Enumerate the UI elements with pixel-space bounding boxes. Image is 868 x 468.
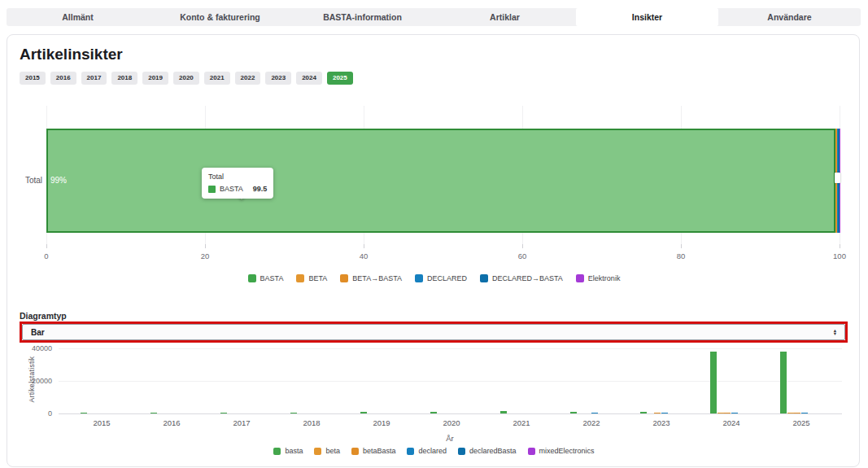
year-button-2022[interactable]: 2022 xyxy=(235,72,261,85)
legend-label: betaBasta xyxy=(363,447,396,455)
gridline-horizontal xyxy=(59,348,842,349)
legend-label: basta xyxy=(285,447,303,455)
axis-tick-label: 60 xyxy=(510,251,534,260)
tooltip-value: 99.5 xyxy=(253,185,268,193)
axis-tick-label-2024: 2024 xyxy=(715,418,748,427)
gridline-horizontal xyxy=(59,381,842,382)
legend-swatch xyxy=(351,448,359,455)
bar-2023-betabasta[interactable] xyxy=(654,413,661,413)
select-spinner-icon: ▴▾ xyxy=(834,329,836,336)
bar-2025-beta[interactable] xyxy=(787,413,794,413)
bar-value-label: 99% xyxy=(50,176,67,185)
bar-2022-declared[interactable] xyxy=(591,413,598,413)
legend-item-declared[interactable]: declared xyxy=(407,447,447,455)
year-button-2021[interactable]: 2021 xyxy=(204,72,230,85)
legend-swatch xyxy=(528,448,535,455)
top-chart-legend: BASTABETABETA→BASTADECLAREDDECLARED→BAST… xyxy=(0,274,868,282)
axis-tick-label-2022: 2022 xyxy=(575,418,608,427)
legend-label: BETA xyxy=(308,274,327,282)
axis-tick-label-2021: 2021 xyxy=(505,418,538,427)
legend-swatch xyxy=(340,274,348,282)
bar-2024-basta[interactable] xyxy=(710,352,717,413)
x-axis-title: År xyxy=(401,434,499,443)
bar-2016-basta[interactable] xyxy=(150,413,157,413)
year-filter-group: 2015201620172018201920202021202220232024… xyxy=(20,72,353,85)
legend-item-beta[interactable]: beta xyxy=(314,447,340,455)
tab-anv-ndare[interactable]: Användare xyxy=(718,8,861,26)
axis-tick-label: 20 xyxy=(193,251,217,260)
legend-item-beta-basta[interactable]: BETA→BASTA xyxy=(340,274,402,282)
bar-2018-basta[interactable] xyxy=(290,413,297,413)
year-button-2025[interactable]: 2025 xyxy=(327,72,353,85)
axis-tick-label: 0 xyxy=(34,251,59,260)
legend-item-elektronik[interactable]: Elektronik xyxy=(576,274,621,282)
legend-label: DECLARED xyxy=(427,274,467,282)
legend-label: declaredBasta xyxy=(469,447,517,455)
tab-artiklar[interactable]: Artiklar xyxy=(434,8,576,26)
axis-tick-label: 100 xyxy=(827,251,852,260)
bar-2020-basta[interactable] xyxy=(430,412,437,413)
bar-2021-basta[interactable] xyxy=(500,411,507,413)
year-button-2018[interactable]: 2018 xyxy=(111,72,137,85)
bar-2023-basta[interactable] xyxy=(640,412,647,413)
year-button-2020[interactable]: 2020 xyxy=(173,72,199,85)
bar-2025-basta[interactable] xyxy=(780,352,787,413)
year-button-2024[interactable]: 2024 xyxy=(296,72,322,85)
axis-tick xyxy=(364,244,364,248)
tab-basta-information[interactable]: BASTA-information xyxy=(291,8,434,26)
year-button-2019[interactable]: 2019 xyxy=(142,72,168,85)
axis-tick-label-2018: 2018 xyxy=(295,418,328,427)
axis-tick-label: 40 xyxy=(351,251,376,260)
axis-tick-label-2020: 2020 xyxy=(435,418,468,427)
diagram-type-selected-value: Bar xyxy=(31,328,45,337)
axis-tick-label: 80 xyxy=(669,251,693,260)
app-window: AllmäntKonto & faktureringBASTA-informat… xyxy=(0,0,868,468)
bar-2024-betabasta[interactable] xyxy=(724,413,731,413)
chart-tooltip: Total BASTA 99.5 xyxy=(202,168,273,199)
legend-item-declaredbasta[interactable]: declaredBasta xyxy=(458,447,517,455)
legend-item-basta[interactable]: basta xyxy=(273,447,303,455)
year-button-2016[interactable]: 2016 xyxy=(50,72,76,85)
bottom-chart-legend: bastabetabetaBastadeclareddeclaredBastam… xyxy=(0,447,868,455)
legend-label: mixedElectronics xyxy=(539,447,595,455)
tooltip-series-swatch xyxy=(208,186,216,193)
bar-segment-basta[interactable] xyxy=(46,129,835,233)
legend-item-declared-basta[interactable]: DECLARED→BASTA xyxy=(480,274,563,282)
bar-2022-basta[interactable] xyxy=(570,412,577,413)
tab-konto-fakturering[interactable]: Konto & fakturering xyxy=(149,8,291,26)
legend-swatch xyxy=(296,274,304,282)
year-button-2023[interactable]: 2023 xyxy=(265,72,291,85)
page-title: Artikelinsikter xyxy=(20,46,123,63)
bar-category-label: Total xyxy=(0,176,42,185)
legend-swatch xyxy=(407,448,414,455)
y-axis-title: Artikelstatistik xyxy=(28,335,37,424)
bar-2015-basta[interactable] xyxy=(81,413,87,413)
bar-2024-beta[interactable] xyxy=(718,413,724,413)
bar-2025-declared[interactable] xyxy=(801,413,808,413)
tab-insikter[interactable]: Insikter xyxy=(576,8,718,26)
legend-item-beta[interactable]: BETA xyxy=(296,274,327,282)
bar-2019-basta[interactable] xyxy=(360,412,367,413)
legend-item-basta[interactable]: BASTA xyxy=(248,274,284,282)
axis-tick-label-2025: 2025 xyxy=(785,418,818,427)
axis-tick xyxy=(681,244,682,248)
axis-tick-label-2017: 2017 xyxy=(225,418,258,427)
tab-bar: AllmäntKonto & faktureringBASTA-informat… xyxy=(7,8,861,26)
bar-2023-declared[interactable] xyxy=(661,413,668,413)
bar-endcap-marker xyxy=(835,173,840,183)
axis-tick xyxy=(840,244,840,248)
tooltip-title: Total xyxy=(208,173,267,181)
year-button-2017[interactable]: 2017 xyxy=(81,72,107,85)
bar-2017-basta[interactable] xyxy=(220,413,227,413)
diagram-type-select[interactable]: Bar ▴▾ xyxy=(22,324,845,340)
bar-2024-declared[interactable] xyxy=(731,413,738,413)
tab-allm-nt[interactable]: Allmänt xyxy=(7,8,149,26)
tooltip-series-label: BASTA xyxy=(220,185,243,193)
legend-item-betabasta[interactable]: betaBasta xyxy=(351,447,396,455)
legend-item-declared[interactable]: DECLARED xyxy=(415,274,467,282)
bar-2025-betabasta[interactable] xyxy=(794,413,800,413)
legend-item-mixedelectronics[interactable]: mixedElectronics xyxy=(528,447,595,455)
axis-tick-label-2015: 2015 xyxy=(85,418,118,427)
axis-tick-label-2019: 2019 xyxy=(365,418,398,427)
year-button-2015[interactable]: 2015 xyxy=(20,72,46,85)
